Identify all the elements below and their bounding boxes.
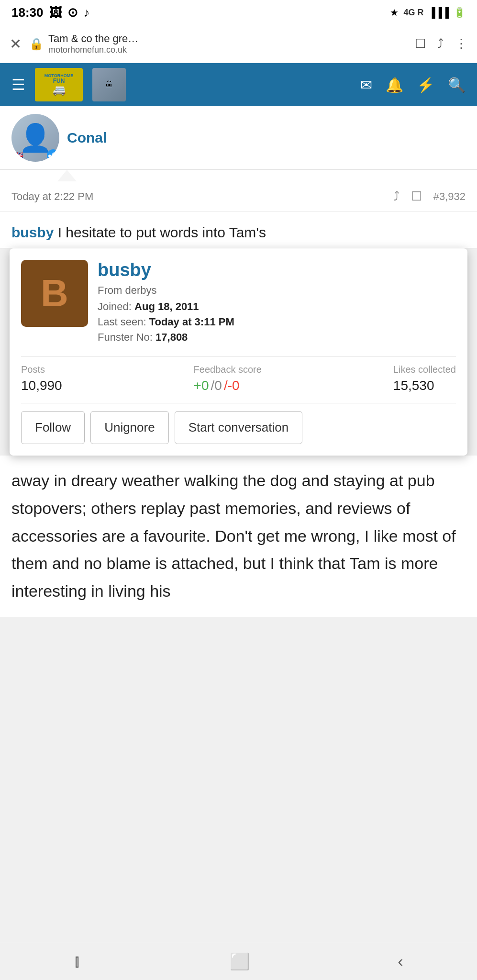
network-icon: 4G R	[403, 8, 423, 18]
post-content-preview: busby I hesitate to put words into Tam's	[0, 212, 477, 248]
post-share-icon[interactable]: ⤴	[393, 189, 399, 204]
follow-button[interactable]: Follow	[21, 411, 85, 444]
popup-action-buttons: Follow Unignore Start conversation	[21, 411, 456, 444]
nav-bar: ⫿ ⬜ ‹	[0, 942, 477, 980]
popup-location: From derbys	[98, 284, 456, 297]
avatar-person-icon: 👤	[19, 122, 52, 154]
post-preview-text: I hesitate to put words into Tam's	[54, 224, 266, 240]
nav-home-icon[interactable]: ⬜	[230, 952, 250, 971]
photo-icon: 🖼	[49, 5, 62, 20]
feedback-neutral: /0	[211, 378, 222, 393]
avatar-letter: B	[41, 271, 68, 315]
popup-pointer	[57, 170, 77, 181]
browser-bar: ✕ 🔒 Tam & co the gre… motorhomefun.co.uk…	[0, 25, 477, 63]
thumbnail-image-icon: 🏛	[105, 80, 113, 89]
status-bar: 18:30 🖼 ⊙ ♪ ★ 4G R ▐▐▐ 🔋	[0, 0, 477, 25]
posts-label: Posts	[21, 364, 62, 375]
likes-stat: Likes collected 15,530	[393, 364, 456, 393]
nav-back-icon[interactable]: ‹	[398, 952, 403, 970]
author-name[interactable]: Conal	[67, 130, 107, 146]
feedback-label: Feedback score	[194, 364, 262, 375]
header-thumbnail[interactable]: 🏛	[92, 68, 126, 101]
feedback-negative: /-0	[224, 378, 240, 393]
joined-date: Aug 18, 2011	[134, 301, 199, 312]
author-avatar[interactable]: 👤 🇬🇧 ●	[11, 114, 59, 162]
likes-value: 15,530	[393, 378, 456, 393]
post-author-strip: 👤 🇬🇧 ● Conal	[0, 106, 477, 170]
music-icon: ♪	[84, 5, 90, 20]
online-indicator: ●	[47, 149, 59, 162]
post-body-text: away in dreary weather walking the dog a…	[11, 471, 456, 600]
likes-label: Likes collected	[393, 364, 456, 375]
popup-username[interactable]: busby	[98, 260, 456, 280]
actions-divider	[21, 403, 456, 403]
bookmark-icon[interactable]: ☐	[415, 36, 426, 51]
page-title: Tam & co the gre…	[48, 33, 138, 45]
status-time: 18:30	[11, 5, 44, 20]
popup-user-avatar[interactable]: B	[21, 260, 88, 327]
posts-value: 10,990	[21, 378, 62, 393]
start-conversation-button[interactable]: Start conversation	[175, 411, 303, 444]
user-popup-overlay: B busby From derbys Joined: Aug 18, 2011…	[0, 248, 477, 456]
user-popup-card: B busby From derbys Joined: Aug 18, 2011…	[10, 248, 467, 456]
nav-menu-icon[interactable]: ⫿	[74, 952, 82, 970]
funster-number: 17,808	[155, 331, 188, 343]
search-icon[interactable]: 🔍	[448, 77, 466, 93]
stats-divider	[21, 356, 456, 356]
hamburger-menu-icon[interactable]: ☰	[11, 76, 25, 94]
posts-stat: Posts 10,990	[21, 364, 62, 393]
battery-icon: 🔋	[454, 7, 466, 18]
more-options-icon[interactable]: ⋮	[455, 36, 467, 51]
post-number: #3,932	[433, 190, 466, 203]
popup-funster-no: Funster No: 17,808	[98, 331, 456, 344]
share-icon[interactable]: ⤴	[437, 36, 444, 51]
mail-icon[interactable]: ✉	[360, 77, 372, 93]
username-link[interactable]: busby	[11, 224, 54, 240]
lightning-icon[interactable]: ⚡	[417, 77, 434, 93]
feedback-stat: Feedback score +0 /0 /-0	[194, 364, 262, 393]
post-bookmark-icon[interactable]: ☐	[411, 189, 422, 204]
bluetooth-icon: ★	[390, 7, 399, 18]
popup-joined: Joined: Aug 18, 2011	[98, 301, 456, 313]
site-header: ☰ MOTORHOME FUN 🚐 🏛 ✉ 🔔 ⚡ 🔍	[0, 63, 477, 106]
post-meta: Today at 2:22 PM ⤴ ☐ #3,932	[0, 181, 477, 212]
user-stats: Posts 10,990 Feedback score +0 /0 /-0 Li…	[21, 364, 456, 393]
post-main-content: away in dreary weather walking the dog a…	[0, 456, 477, 617]
popup-last-seen: Last seen: Today at 3:11 PM	[98, 316, 456, 328]
domain-text: motorhomefun.co.uk	[48, 45, 138, 55]
site-logo[interactable]: MOTORHOME FUN 🚐	[35, 68, 83, 101]
signal-icon: ▐▐▐	[428, 7, 449, 18]
lock-icon: 🔒	[29, 37, 44, 51]
browser-close-button[interactable]: ✕	[10, 35, 22, 52]
flag-icon: 🇬🇧	[11, 150, 23, 162]
unignore-button[interactable]: Unignore	[90, 411, 169, 444]
feedback-positive: +0	[194, 378, 209, 393]
notification-bell-icon[interactable]: 🔔	[386, 77, 403, 93]
post-timestamp: Today at 2:22 PM	[11, 190, 93, 203]
whatsapp-icon: ⊙	[67, 5, 78, 20]
url-area[interactable]: 🔒 Tam & co the gre… motorhomefun.co.uk	[29, 33, 407, 55]
last-seen-value: Today at 3:11 PM	[149, 316, 234, 328]
